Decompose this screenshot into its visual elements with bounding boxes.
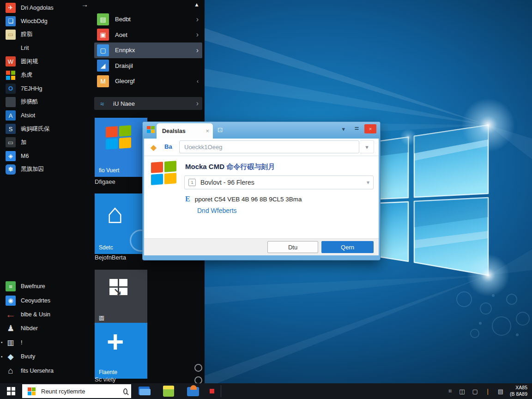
grid-app-icon: ▤ bbox=[97, 13, 109, 25]
utility-list: ≡ Bwefnure ◉ Ceoyudrtes ← blbe & Usin ♟ … bbox=[0, 279, 92, 378]
menu-item[interactable]: ◢ Draisjil bbox=[94, 58, 202, 74]
tile-windows[interactable]: fio Vuert bbox=[95, 118, 147, 177]
app-list-item[interactable]: Lrit bbox=[0, 42, 92, 55]
app-label: Lrit bbox=[21, 45, 29, 51]
camera-icon: ◉ bbox=[6, 296, 16, 306]
dark-folder-icon: ▭ bbox=[6, 137, 16, 147]
menu-item[interactable]: ▤ Bedbt › bbox=[94, 12, 202, 27]
gray-app-icon bbox=[6, 97, 16, 107]
utility-item[interactable]: • ◆ Bvuty bbox=[0, 350, 92, 363]
browser-dialog-window: Dealslas × ⊡ ▾ = × ◆ Ba ▾ Mocka CMD 命令行碬… bbox=[142, 121, 381, 260]
utility-item[interactable]: ≡ Bwefnure bbox=[0, 279, 92, 293]
chevron-right-icon: › bbox=[196, 46, 199, 54]
address-dropdown-icon[interactable]: ▾ bbox=[360, 140, 374, 153]
green-app-icon[interactable] bbox=[163, 385, 175, 397]
app-list-item[interactable]: O 7EJHHg bbox=[0, 82, 92, 95]
info-text: pporet C54 VEB 4B 96 8B 9CL5 3Bma bbox=[195, 196, 302, 203]
secondary-button[interactable]: Dtu bbox=[267, 241, 318, 253]
app-list-item[interactable]: A Atsiot bbox=[0, 109, 92, 122]
version-select[interactable]: 1 Bovlovt - 96 Fleres ▾ bbox=[184, 175, 374, 189]
dialog-titlebar[interactable]: Dealslas × ⊡ ▾ = × bbox=[143, 122, 380, 139]
menu-bars-icon[interactable]: = bbox=[355, 125, 359, 133]
tile-windows-update[interactable]: ↘ 圆 bbox=[95, 270, 147, 326]
utility-label: ! bbox=[21, 339, 22, 346]
windows-search-logo-icon bbox=[28, 387, 36, 395]
menu-item[interactable]: ▣ Aoet › bbox=[94, 27, 202, 43]
all-apps-bar[interactable]: ≈ iU Naee › bbox=[94, 97, 202, 110]
close-button[interactable]: × bbox=[364, 124, 376, 133]
app-list-item[interactable]: 糸虎 bbox=[0, 68, 92, 82]
app-list-item[interactable]: ✽ 黑旗加囚 bbox=[0, 163, 92, 176]
tab-close-icon[interactable]: × bbox=[206, 127, 209, 134]
app-list-item[interactable]: S 豌妈曙氏保 bbox=[0, 122, 92, 136]
app-list-item[interactable]: ✈ Dri Aogdolas bbox=[0, 1, 92, 14]
tray-display-icon[interactable]: ◫ bbox=[459, 388, 465, 395]
windows-logo-icon bbox=[151, 162, 176, 184]
tile-home[interactable]: ⌂ Sdetc bbox=[95, 193, 147, 254]
app-list-item[interactable]: W 圆闲规 bbox=[0, 55, 92, 68]
utility-item[interactable]: • ▥ ! bbox=[0, 336, 92, 350]
house-icon: ⌂ bbox=[107, 200, 123, 228]
app-list-item[interactable]: 捗膳酷 bbox=[0, 95, 92, 109]
app-list-item[interactable]: ▭ 膛脂 bbox=[0, 28, 92, 41]
minimize-chevron-icon[interactable]: ▾ bbox=[342, 126, 345, 133]
collapse-arrow-icon[interactable]: ▲ bbox=[194, 1, 200, 8]
app-list-item[interactable]: ❏ WiocbDdg bbox=[0, 14, 92, 28]
file-explorer-icon[interactable] bbox=[139, 386, 151, 397]
store-app-icon[interactable] bbox=[187, 385, 200, 397]
chevron-right-icon: › bbox=[196, 99, 199, 108]
dialog-heading: Mocka CMD 命令行碬与刻月 bbox=[185, 163, 275, 171]
start-button[interactable] bbox=[0, 383, 22, 399]
tray-pen-icon[interactable]: ⌗ bbox=[448, 387, 452, 395]
person-icon: ♟ bbox=[6, 323, 16, 333]
taskbar-clock[interactable]: XA85 (B 8A89 bbox=[510, 385, 527, 397]
app-list-item[interactable]: ◈ M6 bbox=[0, 149, 92, 163]
bullet-icon: • bbox=[1, 340, 3, 345]
diamond-icon: ◆ bbox=[6, 351, 16, 362]
address-input[interactable] bbox=[179, 140, 359, 153]
search-input[interactable] bbox=[40, 387, 123, 395]
window-app-icon: ▢ bbox=[97, 44, 109, 56]
utility-label: Nibder bbox=[21, 325, 38, 332]
windows-flag-icon bbox=[6, 70, 16, 80]
utility-item[interactable]: ◉ Ceoyudrtes bbox=[0, 293, 92, 307]
tray-alert-icon[interactable]: ❘ bbox=[485, 388, 490, 395]
details-link[interactable]: Dnd Wfeberts bbox=[197, 207, 237, 214]
tile-label: fio Vuert bbox=[99, 167, 119, 174]
utility-label: Ceoyudrtes bbox=[21, 297, 50, 304]
scroll-indicator[interactable] bbox=[194, 364, 202, 372]
new-tab-icon[interactable]: ⊡ bbox=[218, 126, 223, 133]
menu-item-selected[interactable]: ▢ Ennpkx › bbox=[94, 42, 202, 58]
dialog-footer: Dtu Qern bbox=[144, 238, 379, 255]
tray-keyboard-icon[interactable]: ▤ bbox=[498, 388, 503, 395]
search-magnifier-icon bbox=[123, 388, 127, 394]
clock-date: (B 8A89 bbox=[510, 391, 527, 398]
menu-item[interactable]: M Gleorgf ‹ bbox=[94, 73, 202, 89]
back-arrow-icon: ← bbox=[6, 309, 16, 320]
media-app-icon: ▣ bbox=[97, 29, 109, 41]
chevron-right-icon: › bbox=[196, 15, 199, 24]
primary-button[interactable]: Qern bbox=[321, 241, 374, 253]
utility-item[interactable]: ⌂ fits Uersehra bbox=[0, 363, 92, 377]
dialog-tab[interactable]: Dealslas × bbox=[157, 123, 213, 139]
address-bar-row: ◆ Ba ▾ bbox=[144, 139, 379, 156]
tile-add[interactable]: + Flaente bbox=[95, 323, 147, 379]
app-label: 捗膳酷 bbox=[21, 98, 38, 106]
utility-item[interactable]: ← blbe & Usin bbox=[0, 308, 92, 321]
menu-item-label: Gleorgf bbox=[115, 78, 197, 85]
menu-item-label: Aoet bbox=[115, 31, 196, 38]
tile-label: Flaente bbox=[99, 369, 117, 375]
cascade-menu: ▤ Bedbt › ▣ Aoet › ▢ Ennpkx › ◢ Draisjil… bbox=[94, 12, 202, 89]
system-tray: ⌗ ◫ ▢ ❘ ▤ bbox=[448, 387, 503, 395]
recording-indicator bbox=[210, 389, 214, 393]
skype-icon: S bbox=[6, 124, 16, 134]
app-list-item[interactable]: ▭ 加 bbox=[0, 136, 92, 149]
taskbar-search-box[interactable] bbox=[22, 384, 131, 398]
binoculars-icon: ▥ bbox=[6, 338, 16, 348]
tile-label: 圆 bbox=[99, 314, 104, 322]
desktop-screen: → ▲ ✈ Dri Aogdolas ❏ WiocbDdg ▭ 膛脂 Lrit … bbox=[0, 0, 532, 399]
outlook-icon: O bbox=[6, 84, 16, 94]
utility-item[interactable]: ♟ Nibder bbox=[0, 321, 92, 335]
all-apps-label: iU Naee bbox=[113, 100, 196, 107]
tray-window-icon[interactable]: ▢ bbox=[472, 388, 478, 395]
